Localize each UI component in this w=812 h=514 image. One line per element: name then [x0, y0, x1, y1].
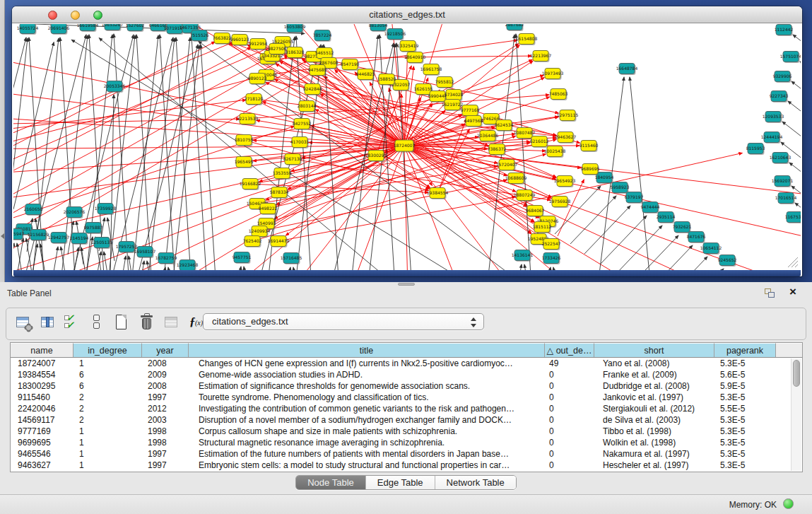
- table-columns-icon[interactable]: [40, 313, 57, 332]
- table-row[interactable]: 946554611997Estimation of the future num…: [11, 448, 802, 460]
- table-cell-year[interactable]: 1997: [142, 392, 189, 403]
- table-cell-name[interactable]: 9777169: [11, 426, 73, 437]
- table-cell-in_degree[interactable]: 1: [73, 358, 142, 369]
- network-graph-canvas[interactable]: 1405572420691406166195841065326715276026…: [13, 24, 801, 270]
- table-row[interactable]: 969969511998Structural magnetic resonanc…: [11, 437, 802, 448]
- graph-node[interactable]: 1167533: [785, 212, 801, 224]
- column-header-short[interactable]: short: [594, 343, 714, 357]
- table-cell-in_degree[interactable]: 2: [73, 403, 142, 414]
- tab-node-table[interactable]: Node Table: [296, 476, 365, 489]
- graph-node[interactable]: 6216012: [530, 136, 549, 148]
- graph-node[interactable]: 2522547: [542, 239, 561, 251]
- table-cell-year[interactable]: 1997: [142, 448, 189, 460]
- table-cell-in_degree[interactable]: 2: [73, 414, 142, 426]
- memory-status-indicator[interactable]: [783, 498, 794, 509]
- table-cell-name[interactable]: 9115460: [11, 392, 73, 403]
- new-document-icon[interactable]: [114, 313, 131, 332]
- table-cell-out_de[interactable]: 0: [545, 392, 594, 403]
- column-header-year[interactable]: year: [142, 343, 189, 357]
- tab-network-table[interactable]: Network Table: [435, 476, 516, 489]
- table-cell-year[interactable]: 1998: [142, 437, 189, 448]
- graph-node[interactable]: 1588520: [377, 74, 396, 86]
- table-cell-out_de[interactable]: 0: [545, 426, 594, 437]
- graph-node[interactable]: 12156829: [28, 230, 49, 242]
- select-all-check-icon[interactable]: ✓✓: [64, 313, 81, 332]
- graph-node[interactable]: 20691406: [48, 24, 70, 35]
- graph-node[interactable]: 18300295: [365, 151, 387, 163]
- table-cell-name[interactable]: 19384554: [11, 369, 73, 380]
- graph-node[interactable]: 16914479: [268, 236, 290, 248]
- table-settings-icon[interactable]: [15, 313, 32, 332]
- network-view-window[interactable]: citations_edges.txt 14055724206914061661…: [12, 6, 802, 276]
- graph-node[interactable]: 12093533: [763, 112, 784, 124]
- graph-node[interactable]: 8115953: [746, 144, 765, 156]
- graph-node[interactable]: 9975887: [84, 223, 103, 235]
- delete-trash-icon[interactable]: [139, 313, 155, 332]
- table-cell-pagerank[interactable]: 5.5E-5: [714, 403, 776, 414]
- table-cell-title[interactable]: Changes of HCN gene expression and I(f) …: [189, 358, 545, 369]
- table-cell-out_de[interactable]: 0: [545, 460, 594, 471]
- graph-node[interactable]: 12213533: [237, 114, 259, 126]
- table-cell-name[interactable]: 9699695: [11, 437, 73, 448]
- table-cell-pagerank[interactable]: 5.3E-5: [714, 358, 776, 369]
- table-cell-short[interactable]: Yano et al. (2008): [594, 358, 714, 369]
- table-cell-title[interactable]: Genome-wide association studies in ADHD.: [189, 369, 545, 380]
- table-row[interactable]: 977716911998Corpus callosum shape and si…: [11, 426, 802, 437]
- graph-node[interactable]: 15720407: [496, 160, 518, 172]
- table-scrollbar[interactable]: [791, 358, 801, 471]
- tab-edge-table[interactable]: Edge Table: [365, 476, 435, 489]
- float-panel-icon[interactable]: [765, 288, 775, 298]
- graph-node[interactable]: 8427552: [293, 119, 312, 131]
- graph-node[interactable]: 5958923: [611, 182, 630, 194]
- table-select-dropdown[interactable]: citations_edges.txt: [203, 313, 484, 330]
- table-cell-short[interactable]: Dudbridge et al. (2008): [594, 380, 714, 392]
- table-row[interactable]: 911546021997Tourette syndrome. Phenomeno…: [11, 392, 802, 403]
- graph-node[interactable]: 20206576: [64, 207, 86, 219]
- table-cell-out_de[interactable]: 0: [545, 448, 594, 460]
- table-cell-title[interactable]: Disruption of a novel member of a sodium…: [189, 414, 545, 426]
- graph-node[interactable]: 12923468: [177, 260, 199, 271]
- graph-node[interactable]: 9242844: [303, 84, 322, 96]
- column-header-out_de[interactable]: △ out_de…: [545, 343, 594, 357]
- graph-node[interactable]: 1353559: [273, 168, 292, 180]
- table-cell-in_degree[interactable]: 1: [73, 460, 142, 471]
- table-row[interactable]: 1456911722003Disruption of a novel membe…: [11, 414, 802, 426]
- graph-node[interactable]: 7955812: [435, 77, 454, 89]
- table-cell-out_de[interactable]: 0: [545, 369, 594, 380]
- column-header-in_degree[interactable]: in_degree: [73, 343, 142, 357]
- graph-node[interactable]: 8267130: [283, 154, 302, 166]
- unmerge-rows-icon[interactable]: [89, 313, 106, 332]
- graph-node[interactable]: 9890123: [248, 74, 267, 86]
- graph-node[interactable]: 12942757: [48, 233, 70, 245]
- table-cell-short[interactable]: Stergiakouli et al. (2012): [594, 403, 714, 414]
- graph-node[interactable]: 19654923: [554, 176, 576, 188]
- table-scrollbar-thumb[interactable]: [793, 360, 800, 387]
- graph-node[interactable]: 9115460: [579, 141, 599, 153]
- graph-node[interactable]: 19463627: [555, 132, 577, 144]
- table-cell-short[interactable]: Franke et al. (2009): [594, 369, 714, 380]
- graph-node[interactable]: 9684067: [526, 206, 545, 218]
- graph-node[interactable]: 7485063: [549, 89, 568, 101]
- graph-node[interactable]: 16154808: [516, 34, 538, 46]
- table-row[interactable]: 1872400712008Changes of HCN gene express…: [11, 358, 802, 369]
- table-cell-out_de[interactable]: 0: [545, 403, 594, 414]
- graph-node[interactable]: 16210643: [770, 153, 792, 165]
- table-cell-year[interactable]: 2003: [142, 414, 189, 426]
- graph-node[interactable]: 16619584: [77, 24, 99, 32]
- table-cell-pagerank[interactable]: 5.6E-5: [714, 369, 776, 380]
- table-cell-year[interactable]: 2008: [142, 380, 189, 392]
- graph-node[interactable]: 7515526: [190, 30, 209, 42]
- graph-node[interactable]: 20053346: [104, 81, 126, 93]
- table-cell-short[interactable]: Tibbo et al. (1998): [594, 426, 714, 437]
- table-cell-title[interactable]: Structural magnetic resonance image aver…: [189, 437, 545, 448]
- graph-node[interactable]: 5878334: [270, 187, 289, 199]
- table-cell-in_degree[interactable]: 1: [73, 448, 142, 460]
- table-cell-name[interactable]: 18300295: [11, 380, 73, 392]
- graph-node[interactable]: 9689695: [581, 164, 600, 176]
- graph-node[interactable]: 16053809: [284, 24, 306, 33]
- table-cell-short[interactable]: Nakamura et al. (1997): [594, 448, 714, 460]
- graph-node[interactable]: 1810755: [235, 135, 254, 147]
- graph-node[interactable]: 15751074: [780, 52, 801, 64]
- graph-node[interactable]: 9960123: [230, 35, 249, 47]
- graph-node[interactable]: 18724007: [394, 140, 416, 153]
